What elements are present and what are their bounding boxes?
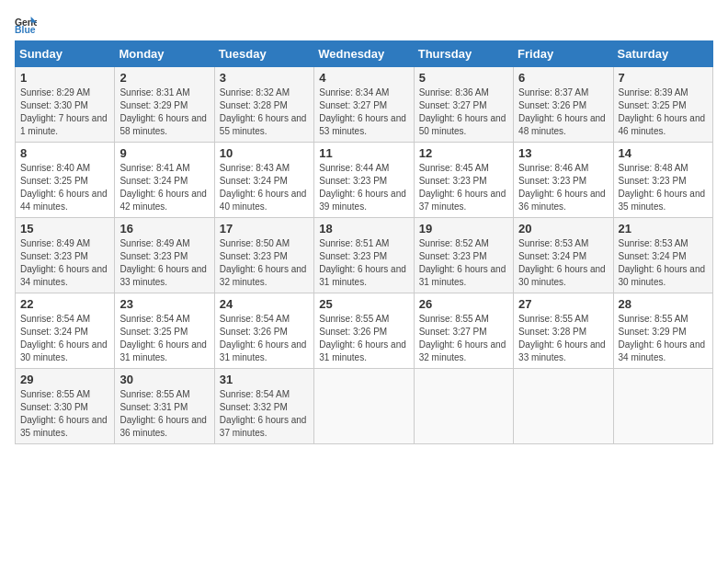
- day-number: 21: [619, 222, 708, 236]
- day-detail: Sunrise: 8:53 AMSunset: 3:24 PMDaylight:…: [518, 237, 608, 289]
- calendar-cell: [613, 369, 712, 444]
- day-detail: Sunrise: 8:53 AMSunset: 3:24 PMDaylight:…: [619, 237, 708, 289]
- calendar-cell: 4Sunrise: 8:34 AMSunset: 3:27 PMDaylight…: [314, 67, 414, 143]
- calendar-cell: 23Sunrise: 8:54 AMSunset: 3:25 PMDayligh…: [115, 293, 214, 369]
- day-number: 5: [419, 71, 508, 85]
- day-number: 31: [220, 373, 309, 386]
- weekday-header-sunday: Sunday: [16, 41, 115, 67]
- calendar-cell: 29Sunrise: 8:55 AMSunset: 3:30 PMDayligh…: [16, 369, 115, 444]
- day-number: 3: [220, 71, 309, 85]
- header: General Blue: [15, 15, 713, 33]
- calendar-cell: [514, 369, 613, 444]
- calendar-cell: 9Sunrise: 8:41 AMSunset: 3:24 PMDaylight…: [115, 143, 214, 218]
- day-detail: Sunrise: 8:55 AMSunset: 3:28 PMDaylight:…: [518, 313, 608, 364]
- calendar-cell: 27Sunrise: 8:55 AMSunset: 3:28 PMDayligh…: [514, 293, 613, 369]
- calendar-table: SundayMondayTuesdayWednesdayThursdayFrid…: [15, 40, 713, 444]
- day-number: 17: [220, 222, 309, 236]
- calendar-cell: 2Sunrise: 8:31 AMSunset: 3:29 PMDaylight…: [115, 67, 214, 143]
- calendar-cell: 5Sunrise: 8:36 AMSunset: 3:27 PMDaylight…: [414, 67, 513, 143]
- calendar-cell: 6Sunrise: 8:37 AMSunset: 3:26 PMDaylight…: [514, 67, 613, 143]
- day-detail: Sunrise: 8:41 AMSunset: 3:24 PMDaylight:…: [119, 162, 209, 213]
- calendar-cell: 10Sunrise: 8:43 AMSunset: 3:24 PMDayligh…: [214, 143, 313, 218]
- calendar-cell: 31Sunrise: 8:54 AMSunset: 3:32 PMDayligh…: [214, 369, 313, 444]
- calendar-cell: [414, 369, 513, 444]
- svg-text:Blue: Blue: [15, 25, 36, 33]
- weekday-header-thursday: Thursday: [414, 41, 513, 67]
- calendar-cell: 7Sunrise: 8:39 AMSunset: 3:25 PMDaylight…: [613, 67, 712, 143]
- calendar-cell: 11Sunrise: 8:44 AMSunset: 3:23 PMDayligh…: [314, 143, 414, 218]
- day-number: 26: [419, 297, 508, 311]
- calendar-cell: 22Sunrise: 8:54 AMSunset: 3:24 PMDayligh…: [16, 293, 115, 369]
- day-number: 11: [319, 146, 408, 160]
- logo: General Blue: [15, 15, 40, 33]
- day-number: 15: [20, 222, 109, 236]
- weekday-header-saturday: Saturday: [613, 41, 712, 67]
- day-number: 4: [319, 71, 408, 85]
- calendar-cell: 26Sunrise: 8:55 AMSunset: 3:27 PMDayligh…: [414, 293, 513, 369]
- day-number: 16: [119, 222, 209, 236]
- calendar-cell: 18Sunrise: 8:51 AMSunset: 3:23 PMDayligh…: [314, 218, 414, 293]
- day-number: 12: [419, 146, 508, 160]
- day-detail: Sunrise: 8:50 AMSunset: 3:23 PMDaylight:…: [220, 237, 309, 289]
- day-detail: Sunrise: 8:54 AMSunset: 3:24 PMDaylight:…: [20, 313, 109, 364]
- day-detail: Sunrise: 8:45 AMSunset: 3:23 PMDaylight:…: [419, 162, 508, 213]
- day-detail: Sunrise: 8:55 AMSunset: 3:27 PMDaylight:…: [419, 313, 508, 364]
- day-number: 1: [20, 71, 109, 85]
- day-number: 19: [419, 222, 508, 236]
- day-detail: Sunrise: 8:46 AMSunset: 3:23 PMDaylight:…: [518, 162, 608, 213]
- calendar-cell: 28Sunrise: 8:55 AMSunset: 3:29 PMDayligh…: [613, 293, 712, 369]
- day-number: 29: [20, 373, 109, 386]
- day-detail: Sunrise: 8:48 AMSunset: 3:23 PMDaylight:…: [619, 162, 708, 213]
- calendar-cell: 13Sunrise: 8:46 AMSunset: 3:23 PMDayligh…: [514, 143, 613, 218]
- day-detail: Sunrise: 8:54 AMSunset: 3:26 PMDaylight:…: [220, 313, 309, 364]
- day-detail: Sunrise: 8:40 AMSunset: 3:25 PMDaylight:…: [20, 162, 109, 213]
- day-number: 2: [119, 71, 209, 85]
- day-number: 23: [119, 297, 209, 311]
- day-number: 25: [319, 297, 408, 311]
- day-detail: Sunrise: 8:55 AMSunset: 3:31 PMDaylight:…: [119, 388, 209, 440]
- day-detail: Sunrise: 8:34 AMSunset: 3:27 PMDaylight:…: [319, 86, 408, 138]
- calendar-cell: 12Sunrise: 8:45 AMSunset: 3:23 PMDayligh…: [414, 143, 513, 218]
- calendar-cell: 8Sunrise: 8:40 AMSunset: 3:25 PMDaylight…: [16, 143, 115, 218]
- day-detail: Sunrise: 8:49 AMSunset: 3:23 PMDaylight:…: [119, 237, 209, 289]
- weekday-header-tuesday: Tuesday: [214, 41, 313, 67]
- calendar-cell: 14Sunrise: 8:48 AMSunset: 3:23 PMDayligh…: [613, 143, 712, 218]
- day-number: 22: [20, 297, 109, 311]
- calendar-cell: 24Sunrise: 8:54 AMSunset: 3:26 PMDayligh…: [214, 293, 313, 369]
- weekday-header-monday: Monday: [115, 41, 214, 67]
- day-detail: Sunrise: 8:55 AMSunset: 3:29 PMDaylight:…: [619, 313, 708, 364]
- day-number: 24: [220, 297, 309, 311]
- day-number: 18: [319, 222, 408, 236]
- calendar-cell: [314, 369, 414, 444]
- weekday-header-wednesday: Wednesday: [314, 41, 414, 67]
- day-detail: Sunrise: 8:54 AMSunset: 3:32 PMDaylight:…: [220, 388, 309, 440]
- calendar-cell: 20Sunrise: 8:53 AMSunset: 3:24 PMDayligh…: [514, 218, 613, 293]
- day-detail: Sunrise: 8:43 AMSunset: 3:24 PMDaylight:…: [220, 162, 309, 213]
- day-number: 10: [220, 146, 309, 160]
- day-number: 9: [119, 146, 209, 160]
- calendar-cell: 19Sunrise: 8:52 AMSunset: 3:23 PMDayligh…: [414, 218, 513, 293]
- day-detail: Sunrise: 8:55 AMSunset: 3:30 PMDaylight:…: [20, 388, 109, 440]
- calendar-cell: 30Sunrise: 8:55 AMSunset: 3:31 PMDayligh…: [115, 369, 214, 444]
- calendar-cell: 1Sunrise: 8:29 AMSunset: 3:30 PMDaylight…: [16, 67, 115, 143]
- calendar-cell: 15Sunrise: 8:49 AMSunset: 3:23 PMDayligh…: [16, 218, 115, 293]
- calendar-cell: 16Sunrise: 8:49 AMSunset: 3:23 PMDayligh…: [115, 218, 214, 293]
- day-detail: Sunrise: 8:44 AMSunset: 3:23 PMDaylight:…: [319, 162, 408, 213]
- day-number: 13: [518, 146, 608, 160]
- day-detail: Sunrise: 8:54 AMSunset: 3:25 PMDaylight:…: [119, 313, 209, 364]
- day-number: 20: [518, 222, 608, 236]
- day-number: 28: [619, 297, 708, 311]
- calendar-cell: 21Sunrise: 8:53 AMSunset: 3:24 PMDayligh…: [613, 218, 712, 293]
- calendar-cell: 25Sunrise: 8:55 AMSunset: 3:26 PMDayligh…: [314, 293, 414, 369]
- day-detail: Sunrise: 8:51 AMSunset: 3:23 PMDaylight:…: [319, 237, 408, 289]
- day-number: 8: [20, 146, 109, 160]
- weekday-header-friday: Friday: [514, 41, 613, 67]
- day-detail: Sunrise: 8:55 AMSunset: 3:26 PMDaylight:…: [319, 313, 408, 364]
- calendar-cell: 3Sunrise: 8:32 AMSunset: 3:28 PMDaylight…: [214, 67, 313, 143]
- day-detail: Sunrise: 8:37 AMSunset: 3:26 PMDaylight:…: [518, 86, 608, 138]
- day-detail: Sunrise: 8:52 AMSunset: 3:23 PMDaylight:…: [419, 237, 508, 289]
- day-number: 30: [119, 373, 209, 386]
- day-detail: Sunrise: 8:49 AMSunset: 3:23 PMDaylight:…: [20, 237, 109, 289]
- calendar-cell: 17Sunrise: 8:50 AMSunset: 3:23 PMDayligh…: [214, 218, 313, 293]
- day-detail: Sunrise: 8:32 AMSunset: 3:28 PMDaylight:…: [220, 86, 309, 138]
